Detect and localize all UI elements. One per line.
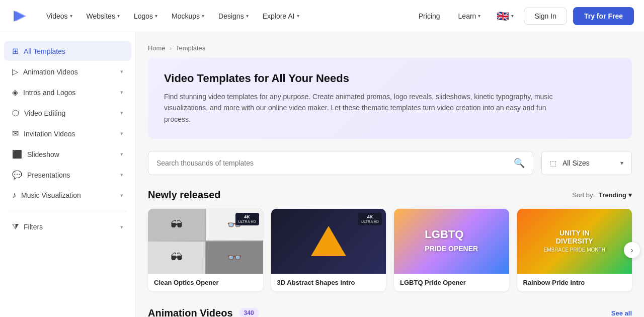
chevron-down-icon: ▾ — [511, 13, 514, 19]
breadcrumb-separator: › — [170, 44, 172, 52]
newly-released-title: Newly released — [148, 189, 221, 201]
chevron-down-icon: ▾ — [120, 68, 123, 75]
video-editing-icon: ⬡ — [12, 108, 19, 118]
chevron-down-icon: ▾ — [120, 192, 123, 199]
try-free-button[interactable]: Try for Free — [573, 7, 634, 25]
animation-videos-header: Animation Videos 340 See all — [148, 307, 632, 317]
language-selector[interactable]: 🇬🇧 ▾ — [493, 6, 518, 26]
unity-text: UNITY INDIVERSITYEMBRACE PRIDE MONTH — [544, 229, 605, 253]
chevron-down-icon: ▾ — [202, 13, 204, 19]
optics-cell-4: 👓 — [206, 242, 263, 273]
next-button[interactable]: › — [624, 242, 640, 258]
chevron-down-icon: ▾ — [628, 191, 632, 199]
template-card-rainbow[interactable]: UNITY INDIVERSITYEMBRACE PRIDE MONTH Rai… — [517, 209, 632, 291]
page-layout: ⊞ All Templates ▷ Animation Videos ▾ ◈ I… — [0, 32, 644, 317]
sidebar-item-all-templates[interactable]: ⊞ All Templates — [4, 41, 131, 61]
template-label: 3D Abstract Shapes Intro — [271, 274, 386, 291]
chevron-down-icon: ▾ — [120, 110, 123, 116]
main-nav: Videos ▾ Websites ▾ Logos ▾ Mockups ▾ De… — [40, 8, 305, 24]
chevron-down-icon: ▾ — [246, 13, 249, 19]
sort-value[interactable]: Trending ▾ — [599, 191, 632, 199]
chevron-down-icon: ▾ — [297, 13, 299, 19]
4k-badge: 4KULTRA HD — [358, 213, 382, 225]
nav-explore-ai[interactable]: Explore AI ▾ — [257, 8, 305, 24]
template-label: LGBTQ Pride Opener — [394, 274, 509, 291]
glasses-icon: 🕶 — [171, 251, 183, 265]
sort-row: Sort by: Trending ▾ — [572, 191, 632, 199]
template-label: Rainbow Pride Intro — [517, 274, 632, 291]
template-thumbnail: 🕶 👓 🕶 👓 4KULTRA HD — [148, 209, 263, 274]
hero-banner: Video Templates for All Your Needs Find … — [148, 58, 632, 139]
template-thumbnail: UNITY INDIVERSITYEMBRACE PRIDE MONTH — [517, 209, 632, 274]
sidebar-item-invitation-videos[interactable]: ✉ Invitation Videos ▾ — [4, 124, 131, 143]
template-grid: 🕶 👓 🕶 👓 4KULTRA HD Clean Optics Opener 4… — [148, 209, 632, 291]
invitation-icon: ✉ — [12, 129, 19, 138]
breadcrumb: Home › Templates — [148, 44, 632, 52]
nav-logos[interactable]: Logos ▾ — [128, 8, 164, 24]
animation-count-badge: 340 — [239, 308, 259, 317]
main-content: Home › Templates Video Templates for All… — [136, 32, 644, 317]
sidebar-item-music-visualization[interactable]: ♪ Music Visualization ▾ — [4, 186, 131, 205]
header-left: Videos ▾ Websites ▾ Logos ▾ Mockups ▾ De… — [10, 7, 305, 25]
music-icon: ♪ — [12, 191, 16, 200]
chevron-down-icon: ▾ — [70, 13, 72, 19]
chevron-down-icon: ▾ — [478, 13, 480, 19]
search-row: 🔍 ⬚ All Sizes ▾ — [148, 151, 632, 175]
template-card-lgbtq[interactable]: LGBTQPRIDE OPENER LGBTQ Pride Opener — [394, 209, 509, 291]
breadcrumb-home[interactable]: Home — [148, 44, 166, 52]
learn-nav[interactable]: Learn ▾ — [452, 8, 487, 24]
template-thumbnail: 4KULTRA HD — [271, 209, 386, 274]
chevron-down-icon: ▾ — [117, 13, 120, 19]
header: Videos ▾ Websites ▾ Logos ▾ Mockups ▾ De… — [0, 0, 644, 32]
presentations-icon: 💬 — [12, 170, 22, 180]
chevron-down-icon: ▾ — [120, 89, 123, 96]
nav-websites[interactable]: Websites ▾ — [80, 8, 126, 24]
sign-in-button[interactable]: Sign In — [524, 8, 567, 25]
slideshow-icon: ⬛ — [12, 149, 22, 159]
chevron-down-icon: ▾ — [120, 172, 123, 178]
see-all-link[interactable]: See all — [611, 309, 632, 317]
sidebar-item-animation-videos[interactable]: ▷ Animation Videos ▾ — [4, 62, 131, 82]
glasses-icon: 👓 — [227, 251, 242, 265]
sort-by-label: Sort by: — [572, 191, 595, 199]
nav-designs[interactable]: Designs ▾ — [212, 8, 255, 24]
intros-icon: ◈ — [12, 88, 18, 97]
optics-cell-1: 🕶 — [148, 209, 205, 241]
search-container[interactable]: 🔍 — [148, 151, 533, 175]
4k-badge: 4KULTRA HD — [235, 213, 259, 225]
svg-marker-1 — [16, 11, 27, 22]
sidebar-item-slideshow[interactable]: ⬛ Slideshow ▾ — [4, 144, 131, 164]
pricing-link[interactable]: Pricing — [413, 8, 446, 24]
sidebar-item-intros-logos[interactable]: ◈ Intros and Logos ▾ — [4, 83, 131, 102]
animation-icon: ▷ — [12, 67, 18, 76]
glasses-icon: 🕶 — [171, 218, 183, 232]
template-thumbnail: LGBTQPRIDE OPENER — [394, 209, 509, 274]
triangle-shape — [311, 226, 346, 256]
breadcrumb-current: Templates — [176, 44, 205, 52]
lgbtq-text: LGBTQPRIDE OPENER — [425, 228, 478, 254]
logo[interactable] — [10, 7, 28, 25]
optics-cell-3: 🕶 — [148, 242, 205, 273]
header-right: Pricing Learn ▾ 🇬🇧 ▾ Sign In Try for Fre… — [413, 6, 634, 26]
sidebar-item-video-editing[interactable]: ⬡ Video Editing ▾ — [4, 103, 131, 123]
animation-videos-title: Animation Videos — [148, 307, 233, 317]
nav-mockups[interactable]: Mockups ▾ — [166, 8, 210, 24]
sidebar-divider — [8, 211, 127, 211]
chevron-down-icon: ▾ — [155, 13, 157, 19]
sidebar-item-filters[interactable]: ⧩ Filters ▾ — [4, 217, 131, 236]
template-card-clean-optics[interactable]: 🕶 👓 🕶 👓 4KULTRA HD Clean Optics Opener — [148, 209, 263, 291]
chevron-down-icon: ▾ — [120, 130, 123, 137]
newly-released-header: Newly released Sort by: Trending ▾ — [148, 189, 632, 201]
search-input[interactable] — [156, 159, 514, 167]
hero-title: Video Templates for All Your Needs — [164, 72, 616, 85]
filters-icon: ⧩ — [12, 222, 19, 231]
chevron-down-icon: ▾ — [120, 151, 123, 157]
size-filter-icon: ⬚ — [550, 159, 556, 167]
sidebar-item-presentations[interactable]: 💬 Presentations ▾ — [4, 165, 131, 185]
nav-videos[interactable]: Videos ▾ — [40, 8, 78, 24]
size-filter-dropdown[interactable]: ⬚ All Sizes ▾ — [541, 151, 632, 175]
sidebar: ⊞ All Templates ▷ Animation Videos ▾ ◈ I… — [0, 32, 136, 317]
search-icon[interactable]: 🔍 — [514, 157, 525, 169]
template-card-3d-abstract[interactable]: 4KULTRA HD 3D Abstract Shapes Intro — [271, 209, 386, 291]
flag-icon: 🇬🇧 — [497, 10, 509, 22]
